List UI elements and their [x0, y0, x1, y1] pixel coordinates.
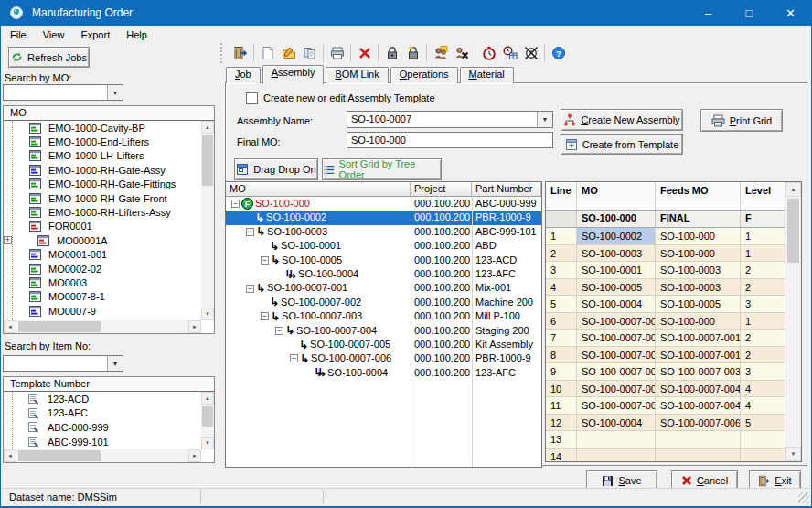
feeds-grid-cell[interactable]: 2: [546, 245, 577, 263]
collapse-minus-icon[interactable]: −: [246, 285, 254, 293]
tree-grid-part-cell[interactable]: 123-ACD: [472, 254, 541, 267]
chevron-down-icon[interactable]: ▼: [537, 112, 552, 127]
toolbar-help-button[interactable]: ?: [548, 43, 569, 64]
feeds-grid-cell[interactable]: SO-100-0007-006: [656, 415, 741, 432]
tree-grid-mo-cell[interactable]: −↳SO-100-0007-006: [226, 351, 411, 365]
tree-grid-row[interactable]: −↳SO-100-0007-003000.100.200Mill P-100: [226, 309, 541, 323]
tree-grid-part-cell[interactable]: 123-AFC: [472, 267, 541, 281]
feeds-grid-row[interactable]: 5SO-100-0004SO-100-00053: [546, 296, 785, 313]
tree-grid-row[interactable]: −↳SO-100-0007-006000.100.200PBR-1000-9: [226, 351, 541, 365]
scroll-up-icon[interactable]: ▲: [201, 392, 214, 405]
create-new-assembly-button[interactable]: Create New Assembly: [561, 109, 683, 131]
feeds-grid-cell[interactable]: [741, 431, 785, 449]
mo-list-item[interactable]: EMO-1000-RH-Gate-Fittings: [4, 178, 201, 191]
tree-grid-project-cell[interactable]: 000.100.200: [411, 351, 472, 365]
toolbar-new-document-button[interactable]: [257, 43, 278, 64]
feeds-grid-row[interactable]: 3SO-100-0001SO-100-00032: [546, 262, 785, 279]
tree-grid-row[interactable]: −↳SO-100-0007-004000.100.200Staging 200: [226, 324, 541, 338]
feeds-grid-cell[interactable]: SO-100-0007-004: [656, 381, 741, 398]
toolbar-lock-button[interactable]: [381, 43, 402, 64]
mo-list-item[interactable]: MO0003: [4, 276, 201, 289]
template-list-item[interactable]: 123-ACD: [4, 392, 201, 406]
feeds-grid-cell[interactable]: SO-100-0007-003: [577, 347, 656, 364]
collapse-minus-icon[interactable]: −: [231, 200, 240, 208]
feeds-grid-cell[interactable]: [656, 449, 741, 463]
resize-grip[interactable]: [798, 492, 809, 503]
tree-grid-row[interactable]: −↳SO-100-0007-001000.100.200Mix-001: [226, 281, 541, 295]
maximize-button[interactable]: □: [729, 0, 770, 26]
mo-list-item[interactable]: EMO-1000-LH-Lifters: [4, 149, 201, 163]
feeds-grid-cell[interactable]: SO-100-000: [656, 313, 741, 330]
scroll-up-icon[interactable]: ▲: [785, 182, 801, 197]
feeds-grid-cell[interactable]: 4: [741, 397, 785, 415]
toolbar-lock-highlight-button[interactable]: [402, 43, 423, 64]
toolbar-copy-documents-button[interactable]: [299, 43, 320, 64]
final-mo-field[interactable]: SO-100-000: [347, 132, 553, 148]
template-list-vscrollbar[interactable]: ▲ ▼: [201, 392, 214, 449]
tree-grid-part-cell[interactable]: Mill P-100: [472, 309, 541, 323]
collapse-minus-icon[interactable]: −: [261, 256, 269, 265]
feeds-grid-row[interactable]: 10SO-100-0007-005SO-100-0007-0044: [546, 381, 785, 398]
toolbar-timer-off-button[interactable]: [520, 43, 541, 64]
feeds-grid-cell[interactable]: 2: [741, 347, 785, 364]
tree-grid-part-cell[interactable]: ABD: [472, 239, 541, 253]
mo-list-item[interactable]: MO0007-8-1: [4, 290, 201, 304]
feeds-grid-cell[interactable]: SO-100-0007-001: [656, 347, 741, 364]
feeds-grid-row[interactable]: 14: [546, 449, 785, 463]
template-list-item[interactable]: ABC-000-999: [4, 420, 201, 435]
feeds-grid-row[interactable]: 13: [546, 431, 785, 449]
feeds-grid-cell[interactable]: SO-100-0007-001: [577, 313, 656, 330]
scroll-down-icon[interactable]: ▼: [201, 437, 214, 449]
tab-bom-link[interactable]: BOM Link: [326, 67, 388, 83]
mo-list-item[interactable]: EMO-1000-RH-Gate-Assy: [4, 163, 201, 177]
feeds-grid-cell[interactable]: 2: [741, 262, 785, 279]
feeds-grid-cell[interactable]: SO-100-000: [656, 245, 741, 263]
tree-grid-project-cell[interactable]: 000.100.200: [411, 254, 472, 267]
scroll-thumb[interactable]: [202, 406, 213, 427]
tree-grid-mo-cell[interactable]: ↳SO-100-0002: [226, 211, 411, 224]
tree-grid-project-cell[interactable]: 000.100.200: [411, 281, 472, 295]
tree-grid-project-cell[interactable]: 000.100.200: [411, 309, 472, 323]
feeds-grid-cell[interactable]: 3: [546, 262, 577, 279]
feeds-grid-vscrollbar[interactable]: ▲ ▼: [785, 182, 801, 461]
tree-grid-row[interactable]: ↳SO-100-0007-005000.100.200Kit Assembly: [226, 338, 541, 351]
collapse-minus-icon[interactable]: −: [275, 327, 283, 335]
scroll-up-icon[interactable]: ▲: [201, 121, 214, 134]
scroll-thumb[interactable]: [787, 199, 799, 263]
tree-grid-mo-cell[interactable]: −↳SO-100-0005: [226, 254, 411, 267]
feeds-grid-cell[interactable]: SO-100-0007-005: [577, 381, 656, 398]
tree-grid-mo-cell[interactable]: −↳SO-100-0007-003: [226, 309, 411, 323]
drag-drop-on-button[interactable]: Drag Drop On: [234, 158, 318, 180]
scroll-right-icon[interactable]: ►: [188, 320, 201, 333]
feeds-grid-cell[interactable]: SO-100-0004: [577, 415, 656, 432]
print-grid-button[interactable]: Print Grid: [700, 109, 783, 132]
tree-grid-mo-cell[interactable]: ↳SO-100-0007-002: [226, 296, 411, 309]
assembly-name-combobox[interactable]: SO-100-0007 ▼: [347, 111, 553, 128]
tree-grid-project-cell[interactable]: 000.100.200: [411, 211, 472, 224]
feeds-grid-cell[interactable]: 1: [741, 228, 785, 245]
feeds-grid-cell[interactable]: 6: [546, 313, 577, 330]
menu-item-view[interactable]: View: [35, 27, 73, 42]
sort-grid-by-tree-order-button[interactable]: Sort Grid by Tree Order: [322, 158, 442, 180]
feeds-grid-cell[interactable]: SO-100-0001: [577, 262, 656, 279]
tab-assembly[interactable]: Assembly: [262, 65, 325, 84]
mo-list-item[interactable]: EMO-1000-Cavity-BP: [4, 121, 201, 135]
tree-grid-mo-cell[interactable]: ↳SO-100-0001: [226, 239, 411, 253]
tree-grid-mo-cell[interactable]: −FSO-100-000: [226, 197, 411, 211]
tree-grid-row[interactable]: ↳SO-100-0002000.100.200PBR-1000-9: [226, 211, 541, 224]
template-list-hscrollbar[interactable]: ◄ ►: [4, 449, 201, 462]
mo-list-hscrollbar[interactable]: ◄ ►: [4, 320, 201, 333]
template-list-item[interactable]: ABC-999-101: [4, 435, 201, 449]
tree-grid-mo-cell[interactable]: −↳SO-100-0003: [226, 225, 411, 239]
feeds-grid-row[interactable]: 11SO-100-0007-006SO-100-0007-0044: [546, 397, 785, 415]
tree-grid-row[interactable]: −FSO-100-000000.100.200ABC-000-999: [226, 197, 541, 211]
feeds-grid-cell[interactable]: 3: [741, 296, 785, 313]
close-button[interactable]: ✕: [770, 0, 811, 26]
scroll-left-icon[interactable]: ◄: [4, 320, 16, 333]
feeds-grid-cell[interactable]: SO-100-0007-002: [577, 330, 656, 347]
tree-grid-mo-cell[interactable]: ↳SO-100-0007-005: [226, 338, 411, 351]
tree-grid-row[interactable]: −↳SO-100-0005000.100.200123-ACD: [226, 254, 541, 267]
feeds-grid-cell[interactable]: 3: [741, 363, 785, 381]
scroll-left-icon[interactable]: ◄: [4, 449, 16, 462]
tree-grid-part-cell[interactable]: PBR-1000-9: [472, 211, 541, 224]
